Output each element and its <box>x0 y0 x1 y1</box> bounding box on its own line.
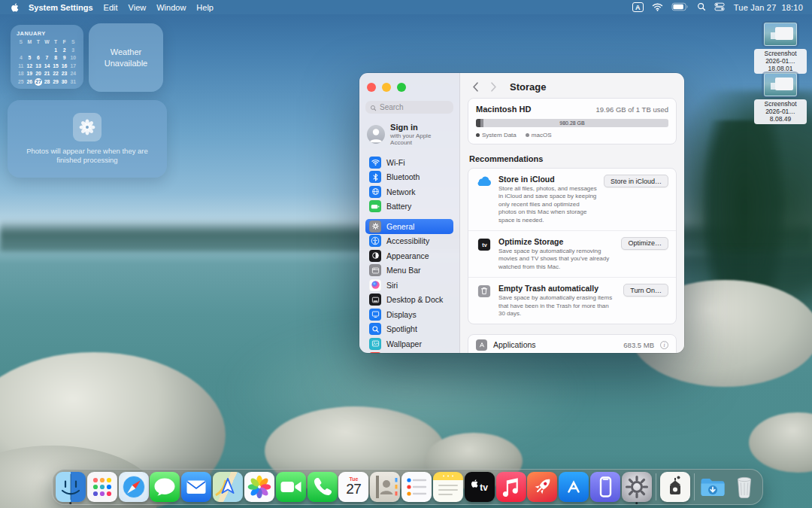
sidebar-item-wi-fi[interactable]: Wi-Fi <box>365 155 453 170</box>
menu-clock-time: 18:10 <box>781 3 803 12</box>
sidebar-item-desktop-dock[interactable]: Desktop & Dock <box>365 293 453 308</box>
dock-mail-icon[interactable] <box>180 470 212 503</box>
recommendation-body: Empty Trash automaticallySave space by a… <box>498 284 617 318</box>
category-row-applications[interactable]: Applications683.5 MBi <box>468 335 676 353</box>
recommendation-description: Save space by automatically erasing item… <box>498 294 613 318</box>
settings-content-pane: Storage Macintosh HD 19.96 GB of 1 TB us… <box>460 73 684 353</box>
spotlight-icon[interactable] <box>697 2 706 13</box>
menu-item-edit[interactable]: Edit <box>104 3 118 12</box>
dock-finder-icon[interactable] <box>55 470 86 503</box>
sidebar-item-wallpaper[interactable]: Wallpaper <box>365 336 453 351</box>
empty-trash-automatically-icon <box>476 284 492 318</box>
dock-safari-icon[interactable] <box>118 470 150 503</box>
dock-photos-icon[interactable] <box>244 470 275 503</box>
storage-bar-label: 980.28 GB <box>476 119 668 127</box>
sidebar-item-appearance[interactable]: Appearance <box>365 248 453 263</box>
photos-widget[interactable]: Photos will appear here when they are fi… <box>8 100 167 178</box>
calendar-day-1: 1 <box>51 47 60 54</box>
file-thumbnail-icon <box>764 23 797 46</box>
calendar-day-7: 7 <box>43 54 52 62</box>
sidebar-item-network[interactable]: Network <box>365 184 453 199</box>
search-input[interactable] <box>380 103 447 111</box>
sidebar-item-bluetooth[interactable]: Bluetooth <box>365 170 453 185</box>
dock-calendar-icon[interactable]: Tue27 <box>338 470 369 503</box>
calendar-day-20: 20 <box>34 70 43 78</box>
dock-contacts-icon[interactable] <box>369 470 401 503</box>
back-button[interactable] <box>468 80 483 93</box>
recommendations-heading: Recommendations <box>469 154 675 163</box>
dock-utility-icon[interactable] <box>659 470 691 503</box>
dock-launchpad-icon[interactable] <box>86 470 118 503</box>
menu-clock[interactable]: Tue Jan 2718:10 <box>734 3 803 12</box>
desktop-file[interactable]: Screenshot2026-01…8.08.49 <box>754 71 807 124</box>
info-icon[interactable]: i <box>660 341 668 349</box>
calendar-day-18: 18 <box>17 70 26 78</box>
dock-tv-icon[interactable]: tv <box>464 470 495 503</box>
dock-messages-tile <box>150 472 180 502</box>
recommendation-button-store-in-icloud[interactable]: Store in iCloud… <box>604 175 668 187</box>
dock-calendar-face: Tue27 <box>338 472 368 502</box>
recommendation-button-turn-on[interactable]: Turn On… <box>623 284 668 297</box>
dock-facetime-icon[interactable] <box>275 470 307 503</box>
menu-item-help[interactable]: Help <box>196 3 214 12</box>
dock-trash-icon[interactable] <box>729 470 760 503</box>
dock-appstore-icon[interactable] <box>558 470 589 503</box>
control-center-icon[interactable] <box>714 2 725 13</box>
calendar-day-23: 23 <box>60 70 69 78</box>
minimize-button[interactable] <box>382 83 391 92</box>
dock-settings-icon[interactable] <box>621 470 653 503</box>
apple-menu-icon[interactable] <box>9 2 21 13</box>
dock-iphone-mirroring-icon[interactable] <box>589 470 621 503</box>
dock-divider <box>653 473 659 500</box>
dock-messages-icon[interactable] <box>149 470 180 503</box>
sidebar-item-label: Network <box>386 187 416 196</box>
photos-widget-caption: Photos will appear here when they are fi… <box>23 147 151 165</box>
sidebar-item-battery[interactable]: Battery <box>365 199 453 214</box>
sidebar-item-displays[interactable]: Displays <box>365 307 453 322</box>
dock-maps-icon[interactable] <box>212 470 244 503</box>
input-source-icon[interactable]: A <box>632 2 644 12</box>
settings-search-field[interactable] <box>365 101 453 114</box>
page-title: Storage <box>510 81 546 93</box>
calendar-widget-month: JANUARY <box>17 30 77 37</box>
sign-in-row[interactable]: Sign in with your Apple Account <box>365 121 453 155</box>
menu-app-name[interactable]: System Settings <box>29 3 93 12</box>
menu-item-window[interactable]: Window <box>156 3 186 12</box>
dock-reminders-icon[interactable] <box>401 470 432 503</box>
sidebar-item-spotlight[interactable]: Spotlight <box>365 322 453 337</box>
sidebar-item-menu-bar[interactable]: Menu Bar <box>365 263 453 278</box>
dock-trash-tile <box>729 472 759 502</box>
legend-label: System Data <box>482 132 517 138</box>
menu-bar: System Settings EditViewWindowHelp A Tue… <box>0 0 812 14</box>
dock-notes-icon[interactable] <box>432 470 464 503</box>
calendar-day-30: 30 <box>60 78 69 86</box>
sidebar-item-siri[interactable]: Siri <box>365 278 453 293</box>
battery-icon <box>369 200 381 212</box>
calendar-day-16: 16 <box>60 62 69 70</box>
recommendation-body: Optimize StorageSave space by automatica… <box>498 237 615 271</box>
weather-widget[interactable]: Weather Unavailable <box>89 23 163 92</box>
dock-downloads-icon[interactable] <box>698 470 729 503</box>
close-button[interactable] <box>367 83 376 92</box>
system-settings-window: Sign in with your Apple Account Wi-FiBlu… <box>359 73 684 353</box>
dock-music-icon[interactable] <box>495 470 527 503</box>
sidebar-item-general[interactable]: General <box>365 219 453 234</box>
dock-games-icon[interactable] <box>526 470 558 503</box>
calendar-day-24: 24 <box>68 70 77 78</box>
sidebar-item-label: Menu Bar <box>386 266 421 275</box>
menu-item-view[interactable]: View <box>129 3 147 12</box>
sidebar-item-notifications[interactable]: Notifications <box>365 351 453 354</box>
desktop-file[interactable]: Screenshot2026-01…18.08.01 <box>754 21 807 74</box>
calendar-day-17: 17 <box>68 62 77 70</box>
sidebar-item-accessibility[interactable]: Accessibility <box>365 234 453 249</box>
calendar-widget[interactable]: JANUARY SMTWTFS1234567891011121314151617… <box>11 25 83 89</box>
dock-mail-tile <box>181 472 211 502</box>
dock-phone-icon[interactable] <box>307 470 338 503</box>
zoom-button[interactable] <box>397 83 406 92</box>
siri-icon <box>369 279 381 291</box>
battery-icon[interactable] <box>671 2 689 13</box>
recommendation-button-optimize[interactable]: Optimize… <box>621 237 668 250</box>
wifi-icon[interactable] <box>652 2 663 13</box>
forward-button[interactable] <box>486 80 501 93</box>
calendar-day-27: 27 <box>35 78 43 87</box>
